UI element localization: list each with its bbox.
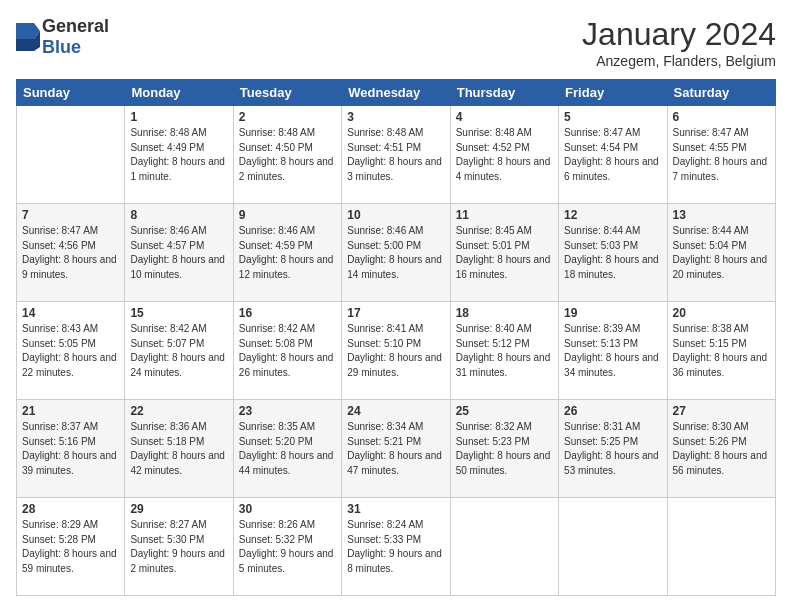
week-row-3: 14Sunrise: 8:43 AM Sunset: 5:05 PM Dayli… [17, 302, 776, 400]
day-cell [667, 498, 775, 596]
day-cell [17, 106, 125, 204]
cell-info: Sunrise: 8:36 AM Sunset: 5:18 PM Dayligh… [130, 420, 227, 478]
cell-info: Sunrise: 8:35 AM Sunset: 5:20 PM Dayligh… [239, 420, 336, 478]
col-thursday: Thursday [450, 80, 558, 106]
col-monday: Monday [125, 80, 233, 106]
cell-date: 17 [347, 306, 444, 320]
day-cell: 4Sunrise: 8:48 AM Sunset: 4:52 PM Daylig… [450, 106, 558, 204]
day-cell [559, 498, 667, 596]
cell-date: 5 [564, 110, 661, 124]
cell-date: 16 [239, 306, 336, 320]
cell-info: Sunrise: 8:46 AM Sunset: 5:00 PM Dayligh… [347, 224, 444, 282]
day-cell: 3Sunrise: 8:48 AM Sunset: 4:51 PM Daylig… [342, 106, 450, 204]
cell-info: Sunrise: 8:48 AM Sunset: 4:49 PM Dayligh… [130, 126, 227, 184]
cell-info: Sunrise: 8:46 AM Sunset: 4:59 PM Dayligh… [239, 224, 336, 282]
day-cell: 15Sunrise: 8:42 AM Sunset: 5:07 PM Dayli… [125, 302, 233, 400]
day-cell: 29Sunrise: 8:27 AM Sunset: 5:30 PM Dayli… [125, 498, 233, 596]
week-row-5: 28Sunrise: 8:29 AM Sunset: 5:28 PM Dayli… [17, 498, 776, 596]
cell-info: Sunrise: 8:24 AM Sunset: 5:33 PM Dayligh… [347, 518, 444, 576]
cell-date: 19 [564, 306, 661, 320]
logo-general: General [42, 16, 109, 37]
cell-date: 12 [564, 208, 661, 222]
cell-info: Sunrise: 8:42 AM Sunset: 5:07 PM Dayligh… [130, 322, 227, 380]
cell-info: Sunrise: 8:47 AM Sunset: 4:54 PM Dayligh… [564, 126, 661, 184]
cell-info: Sunrise: 8:44 AM Sunset: 5:03 PM Dayligh… [564, 224, 661, 282]
cell-date: 25 [456, 404, 553, 418]
cell-info: Sunrise: 8:39 AM Sunset: 5:13 PM Dayligh… [564, 322, 661, 380]
cell-date: 3 [347, 110, 444, 124]
cell-date: 2 [239, 110, 336, 124]
cell-info: Sunrise: 8:48 AM Sunset: 4:51 PM Dayligh… [347, 126, 444, 184]
cell-date: 28 [22, 502, 119, 516]
day-cell: 31Sunrise: 8:24 AM Sunset: 5:33 PM Dayli… [342, 498, 450, 596]
col-saturday: Saturday [667, 80, 775, 106]
cell-date: 26 [564, 404, 661, 418]
cell-info: Sunrise: 8:26 AM Sunset: 5:32 PM Dayligh… [239, 518, 336, 576]
day-cell: 25Sunrise: 8:32 AM Sunset: 5:23 PM Dayli… [450, 400, 558, 498]
cell-date: 1 [130, 110, 227, 124]
month-title: January 2024 [582, 16, 776, 53]
day-cell: 11Sunrise: 8:45 AM Sunset: 5:01 PM Dayli… [450, 204, 558, 302]
week-row-4: 21Sunrise: 8:37 AM Sunset: 5:16 PM Dayli… [17, 400, 776, 498]
cell-info: Sunrise: 8:40 AM Sunset: 5:12 PM Dayligh… [456, 322, 553, 380]
cell-date: 8 [130, 208, 227, 222]
week-row-2: 7Sunrise: 8:47 AM Sunset: 4:56 PM Daylig… [17, 204, 776, 302]
cell-date: 29 [130, 502, 227, 516]
calendar: Sunday Monday Tuesday Wednesday Thursday… [16, 79, 776, 596]
weekday-header-row: Sunday Monday Tuesday Wednesday Thursday… [17, 80, 776, 106]
cell-date: 24 [347, 404, 444, 418]
header: General Blue January 2024 Anzegem, Fland… [16, 16, 776, 69]
day-cell: 12Sunrise: 8:44 AM Sunset: 5:03 PM Dayli… [559, 204, 667, 302]
cell-info: Sunrise: 8:29 AM Sunset: 5:28 PM Dayligh… [22, 518, 119, 576]
cell-date: 11 [456, 208, 553, 222]
logo-icon [16, 23, 40, 51]
cell-date: 13 [673, 208, 770, 222]
day-cell: 30Sunrise: 8:26 AM Sunset: 5:32 PM Dayli… [233, 498, 341, 596]
day-cell: 10Sunrise: 8:46 AM Sunset: 5:00 PM Dayli… [342, 204, 450, 302]
cell-date: 31 [347, 502, 444, 516]
day-cell: 21Sunrise: 8:37 AM Sunset: 5:16 PM Dayli… [17, 400, 125, 498]
day-cell: 24Sunrise: 8:34 AM Sunset: 5:21 PM Dayli… [342, 400, 450, 498]
day-cell: 16Sunrise: 8:42 AM Sunset: 5:08 PM Dayli… [233, 302, 341, 400]
cell-info: Sunrise: 8:27 AM Sunset: 5:30 PM Dayligh… [130, 518, 227, 576]
cell-info: Sunrise: 8:41 AM Sunset: 5:10 PM Dayligh… [347, 322, 444, 380]
cell-info: Sunrise: 8:46 AM Sunset: 4:57 PM Dayligh… [130, 224, 227, 282]
cell-date: 18 [456, 306, 553, 320]
logo-text: General Blue [42, 16, 109, 58]
day-cell: 2Sunrise: 8:48 AM Sunset: 4:50 PM Daylig… [233, 106, 341, 204]
cell-date: 14 [22, 306, 119, 320]
cell-date: 10 [347, 208, 444, 222]
cell-date: 7 [22, 208, 119, 222]
cell-date: 22 [130, 404, 227, 418]
day-cell: 23Sunrise: 8:35 AM Sunset: 5:20 PM Dayli… [233, 400, 341, 498]
cell-date: 20 [673, 306, 770, 320]
col-wednesday: Wednesday [342, 80, 450, 106]
day-cell: 17Sunrise: 8:41 AM Sunset: 5:10 PM Dayli… [342, 302, 450, 400]
day-cell: 27Sunrise: 8:30 AM Sunset: 5:26 PM Dayli… [667, 400, 775, 498]
day-cell: 5Sunrise: 8:47 AM Sunset: 4:54 PM Daylig… [559, 106, 667, 204]
cell-info: Sunrise: 8:38 AM Sunset: 5:15 PM Dayligh… [673, 322, 770, 380]
cell-date: 23 [239, 404, 336, 418]
cell-info: Sunrise: 8:45 AM Sunset: 5:01 PM Dayligh… [456, 224, 553, 282]
cell-date: 27 [673, 404, 770, 418]
cell-info: Sunrise: 8:30 AM Sunset: 5:26 PM Dayligh… [673, 420, 770, 478]
cell-info: Sunrise: 8:47 AM Sunset: 4:55 PM Dayligh… [673, 126, 770, 184]
cell-info: Sunrise: 8:47 AM Sunset: 4:56 PM Dayligh… [22, 224, 119, 282]
logo-blue: Blue [42, 37, 109, 58]
day-cell: 26Sunrise: 8:31 AM Sunset: 5:25 PM Dayli… [559, 400, 667, 498]
cell-info: Sunrise: 8:31 AM Sunset: 5:25 PM Dayligh… [564, 420, 661, 478]
cell-info: Sunrise: 8:44 AM Sunset: 5:04 PM Dayligh… [673, 224, 770, 282]
cell-info: Sunrise: 8:48 AM Sunset: 4:52 PM Dayligh… [456, 126, 553, 184]
col-tuesday: Tuesday [233, 80, 341, 106]
day-cell: 6Sunrise: 8:47 AM Sunset: 4:55 PM Daylig… [667, 106, 775, 204]
cell-info: Sunrise: 8:37 AM Sunset: 5:16 PM Dayligh… [22, 420, 119, 478]
cell-date: 4 [456, 110, 553, 124]
cell-date: 9 [239, 208, 336, 222]
cell-date: 15 [130, 306, 227, 320]
title-block: January 2024 Anzegem, Flanders, Belgium [582, 16, 776, 69]
day-cell: 13Sunrise: 8:44 AM Sunset: 5:04 PM Dayli… [667, 204, 775, 302]
cell-date: 30 [239, 502, 336, 516]
cell-info: Sunrise: 8:43 AM Sunset: 5:05 PM Dayligh… [22, 322, 119, 380]
col-friday: Friday [559, 80, 667, 106]
day-cell: 7Sunrise: 8:47 AM Sunset: 4:56 PM Daylig… [17, 204, 125, 302]
